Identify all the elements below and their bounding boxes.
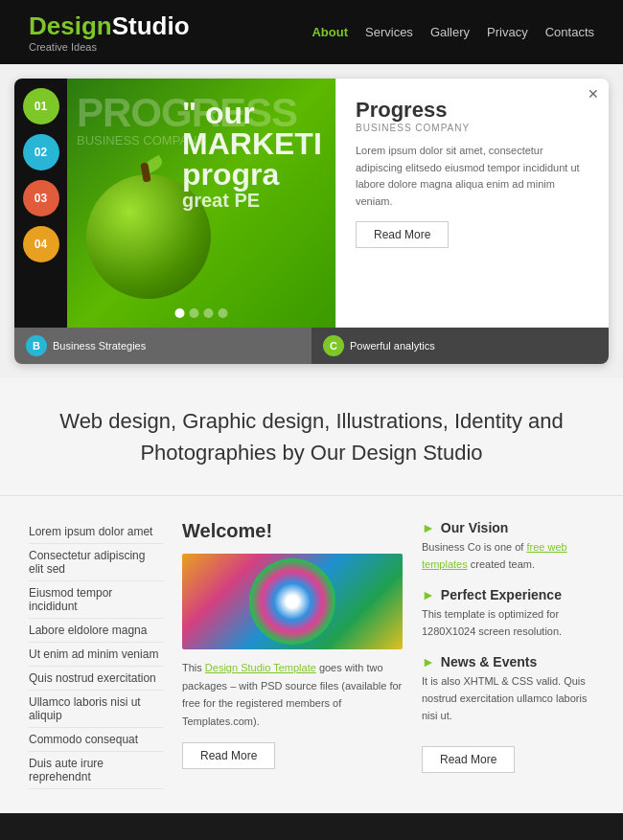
slide-tab-1[interactable]: 01 (23, 88, 59, 125)
nav-privacy[interactable]: Privacy (487, 25, 528, 39)
hero-container: 01 02 03 04 PROGRESS BUSINESS COMPANY (0, 64, 623, 378)
vision-item-1: ► Perfect Experience This template is op… (422, 587, 594, 640)
logo-tagline: Creative Ideas (29, 41, 190, 53)
vision-title-0: Our Vision (441, 520, 509, 535)
header: DesignStudio Creative Ideas About Servic… (0, 0, 623, 64)
left-link-4[interactable]: Ut enim ad minim veniam (29, 643, 163, 667)
vision-arrow-0: ► (422, 520, 435, 535)
slide-company: BUSINESS COMPANY (356, 123, 589, 133)
dot-1[interactable] (175, 308, 185, 318)
slide-dots (175, 308, 228, 318)
main-nav: About Services Gallery Privacy Contacts (312, 25, 594, 39)
marketing-text: " our MARKETI progra great PE (182, 98, 335, 212)
template-link[interactable]: Design Studio Template (205, 662, 316, 673)
dot-4[interactable] (219, 308, 228, 318)
vision-arrow-1: ► (422, 587, 435, 602)
vision-item-0: ► Our Vision Business Co is one of free … (422, 520, 594, 573)
banner-business-label: Business Strategies (53, 340, 146, 352)
vision-desc-0: Business Co is one of free web templates… (422, 539, 594, 573)
marketing-line3: great PE (182, 190, 335, 212)
welcome-description: This Design Studio Template goes with tw… (182, 659, 403, 731)
left-link-6[interactable]: Ullamco laboris nisi ut aliquip (29, 691, 163, 728)
slide-title: Progress (356, 98, 589, 123)
dot-3[interactable] (204, 308, 214, 318)
vision-desc-1: This template is optimized for 1280X1024… (422, 606, 594, 640)
tagline-section: Web design, Graphic design, Illustration… (0, 378, 623, 496)
left-link-7[interactable]: Commodo consequat (29, 728, 163, 752)
vision-item-2: ► News & Events It is also XHTML & CSS v… (422, 654, 594, 724)
slider-tabs: 01 02 03 04 (14, 79, 67, 328)
logo-design: Design (29, 11, 112, 40)
slide-tab-3[interactable]: 03 (23, 180, 59, 216)
logo: DesignStudio Creative Ideas (29, 11, 190, 53)
left-link-3[interactable]: Labore eldolore magna (29, 619, 163, 643)
left-link-5[interactable]: Quis nostrud exercitation (29, 667, 163, 691)
banner-analytics: C Powerful analytics (312, 328, 609, 364)
left-link-0[interactable]: Lorem ipsum dolor amet (29, 520, 163, 544)
left-column: Lorem ipsum dolor amet Consectetur adipi… (29, 520, 163, 789)
left-link-1[interactable]: Consectetur adipiscing elit sed (29, 544, 163, 581)
vision-title-2: News & Events (441, 654, 537, 670)
banner-icon-b: B (26, 335, 47, 356)
right-column: ► Our Vision Business Co is one of free … (422, 520, 594, 789)
banner-analytics-label: Powerful analytics (350, 340, 435, 352)
slider: 01 02 03 04 PROGRESS BUSINESS COMPANY (14, 79, 609, 364)
bottom-banners: B Business Strategies C Powerful analyti… (14, 328, 609, 364)
vision-read-more-button[interactable]: Read More (422, 746, 515, 773)
nav-services[interactable]: Services (365, 25, 413, 39)
welcome-image (182, 554, 403, 649)
logo-studio: Studio (112, 11, 190, 40)
slide-read-more-button[interactable]: Read More (356, 221, 449, 248)
marketing-line1: " our MARKETI (182, 98, 335, 159)
banner-icon-c: C (323, 335, 344, 356)
main-content: Lorem ipsum dolor amet Consectetur adipi… (0, 496, 623, 813)
close-button[interactable]: ✕ (588, 86, 599, 102)
nav-gallery[interactable]: Gallery (430, 25, 470, 39)
welcome-read-more-button[interactable]: Read More (182, 742, 275, 769)
nav-about[interactable]: About (312, 25, 348, 39)
slide-image: PROGRESS BUSINESS COMPANY " our MARKETI … (67, 79, 335, 328)
tagline-text: Web design, Graphic design, Illustration… (58, 405, 565, 468)
slide-description: Lorem ipsum dolor sit amet, consectetur … (356, 143, 589, 210)
banner-business: B Business Strategies (14, 328, 312, 364)
middle-column: Welcome! This Design Studio Template goe… (182, 520, 403, 789)
left-link-8[interactable]: Duis aute irure reprehendnt (29, 752, 163, 789)
left-link-2[interactable]: Eiusmod tempor incididunt (29, 581, 163, 619)
slide-content: ✕ Progress BUSINESS COMPANY Lorem ipsum … (335, 79, 609, 328)
slide-tab-4[interactable]: 04 (23, 226, 59, 262)
footer: Stay Connected f Facebook t Twitter in L… (0, 813, 623, 840)
nav-contacts[interactable]: Contacts (545, 25, 594, 39)
marketing-line2: progra (182, 159, 335, 190)
welcome-title: Welcome! (182, 520, 403, 542)
slider-body: 01 02 03 04 PROGRESS BUSINESS COMPANY (14, 79, 609, 328)
vision-desc-2: It is also XHTML & CSS valid. Quis nostr… (422, 673, 594, 724)
dot-2[interactable] (190, 308, 199, 318)
slide-tab-2[interactable]: 02 (23, 134, 59, 170)
vision-title-1: Perfect Experience (441, 587, 562, 602)
vision-arrow-2: ► (422, 654, 435, 670)
